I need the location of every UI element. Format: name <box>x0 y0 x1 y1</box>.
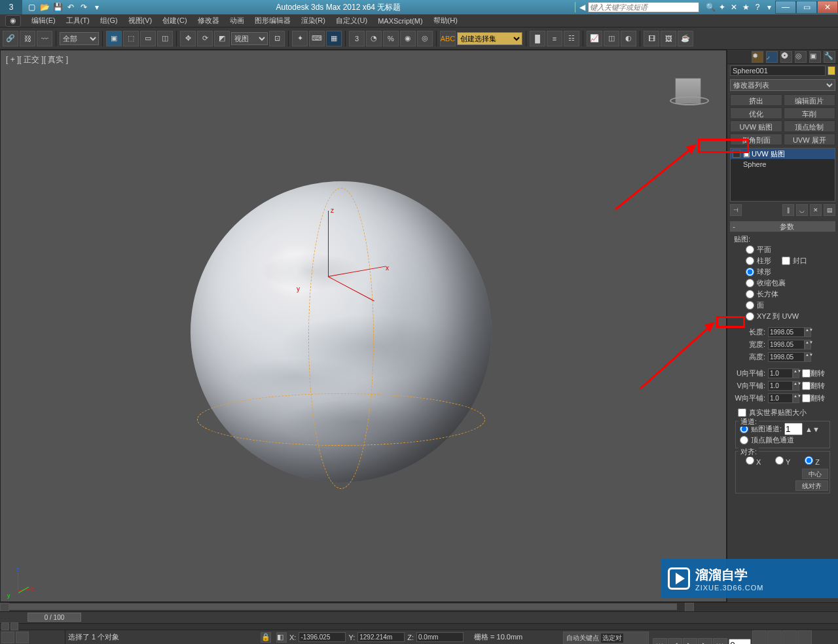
map-shrinkwrap-radio[interactable] <box>746 279 754 287</box>
menu-view[interactable]: 视图(V) <box>123 16 158 26</box>
map-spherical-radio[interactable] <box>746 268 754 276</box>
help-icon[interactable]: ? <box>752 1 763 13</box>
zoom-extents-icon[interactable] <box>782 630 797 644</box>
viewcube[interactable] <box>670 75 706 112</box>
minimize-button[interactable]: — <box>775 1 796 14</box>
length-spinner[interactable] <box>768 327 805 337</box>
refcoord-dropdown[interactable]: 视图 <box>231 32 268 45</box>
configure-sets-icon[interactable]: ▤ <box>824 204 835 216</box>
maxscript-mini-icon[interactable] <box>1 632 14 643</box>
search-input[interactable] <box>588 2 699 12</box>
menu-group[interactable]: 组(G) <box>95 16 123 26</box>
modifier-stack[interactable]: ▣ UVW 贴图 Sphere <box>730 148 835 202</box>
app-menu-button[interactable]: ◉ <box>5 15 21 27</box>
uflip-checkbox[interactable] <box>802 369 811 378</box>
wflip-checkbox[interactable] <box>802 394 811 402</box>
y-coord-input[interactable] <box>357 632 405 642</box>
menu-edit[interactable]: 编辑(E) <box>26 16 61 26</box>
editnamedsel-icon[interactable]: ABC <box>440 31 456 46</box>
snap-toggle-icon[interactable]: ▦ <box>326 31 342 46</box>
vflip-checkbox[interactable] <box>802 382 811 390</box>
spinner-snap-icon[interactable]: ◉ <box>400 31 416 46</box>
keyboard-shortcut-icon[interactable]: ⌨ <box>309 31 325 46</box>
mod-btn-lathe[interactable]: 车削 <box>784 107 836 119</box>
z-coord-input[interactable] <box>416 632 464 642</box>
height-spinner[interactable] <box>768 352 805 362</box>
window-crossing-icon[interactable]: ◫ <box>157 31 173 46</box>
goto-end-icon[interactable]: ⏭ <box>713 638 727 645</box>
menu-grapheditor[interactable]: 图形编辑器 <box>249 16 296 26</box>
align-icon[interactable]: ≡ <box>547 31 562 46</box>
spinner-arrows-icon[interactable]: ▲▼ <box>805 352 811 362</box>
make-unique-icon[interactable]: ◡ <box>796 204 808 216</box>
scroll-right-icon[interactable] <box>685 603 694 612</box>
realworld-checkbox[interactable] <box>738 408 746 417</box>
align-z-radio[interactable] <box>805 456 813 465</box>
snap-3-icon[interactable]: 3 <box>349 31 365 46</box>
bind-icon[interactable]: 〰 <box>37 31 52 46</box>
map-box-radio[interactable] <box>746 290 754 298</box>
listener-icon[interactable] <box>16 632 29 643</box>
mod-btn-extrude[interactable]: 挤出 <box>730 94 782 106</box>
pivot-icon[interactable]: ⊡ <box>269 31 285 46</box>
scroll-left-icon[interactable] <box>0 603 9 612</box>
trackbar-filter-icon[interactable] <box>10 622 18 630</box>
app-logo[interactable]: 3 <box>0 0 22 14</box>
named-snap-icon[interactable]: ◎ <box>417 31 433 46</box>
exchange-icon[interactable]: ✕ <box>728 1 740 13</box>
move-icon[interactable]: ✥ <box>180 31 196 46</box>
map-planar-radio[interactable] <box>746 245 754 254</box>
next-frame-icon[interactable]: ▶ <box>698 638 712 645</box>
mapchannel-spinner[interactable] <box>784 423 803 435</box>
align-x-radio[interactable] <box>746 456 754 465</box>
search-icon[interactable]: 🔍 <box>704 1 716 13</box>
align-center-button[interactable]: 中心 <box>802 469 828 479</box>
map-face-radio[interactable] <box>746 301 754 310</box>
stack-row-sphere[interactable]: Sphere <box>731 159 835 170</box>
current-frame-input[interactable] <box>729 639 751 644</box>
utile-spinner[interactable] <box>768 368 793 378</box>
show-end-result-icon[interactable]: ‖ <box>782 204 794 216</box>
track-bar[interactable] <box>0 623 838 630</box>
pin-stack-icon[interactable]: ⊣ <box>730 204 742 216</box>
menu-maxscript[interactable]: MAXScript(M) <box>373 17 428 25</box>
material-editor-icon[interactable]: ◐ <box>621 31 636 46</box>
close-button[interactable]: ✕ <box>817 1 838 14</box>
object-name-input[interactable] <box>730 65 826 76</box>
time-slider[interactable]: 0 / 100 <box>0 611 838 623</box>
save-icon[interactable]: 💾 <box>51 1 64 13</box>
menu-modifier[interactable]: 修改器 <box>192 16 225 26</box>
wtile-spinner[interactable] <box>768 393 793 403</box>
back-icon[interactable]: ◀ <box>579 3 585 12</box>
spinner-arrows-icon[interactable]: ▲▼ <box>805 340 811 349</box>
undo-icon[interactable]: ↶ <box>64 1 77 13</box>
menu-render[interactable]: 渲染(R) <box>296 16 331 26</box>
zoom-all-icon[interactable] <box>767 630 782 644</box>
curve-editor-icon[interactable]: 📈 <box>587 31 602 46</box>
mod-btn-uvwmap[interactable]: UVW 贴图 <box>730 120 782 132</box>
autokey-button[interactable]: 自动关键点 选定对 <box>563 632 649 644</box>
scroll-thumb[interactable] <box>9 603 677 610</box>
spinner-arrows-icon[interactable]: ▲▼ <box>805 327 811 337</box>
align-y-radio[interactable] <box>775 456 784 465</box>
subscribe-icon[interactable]: ✦ <box>716 1 728 13</box>
create-tab-icon[interactable]: ✹ <box>752 51 763 63</box>
modify-tab-icon[interactable]: ◞ <box>766 51 778 63</box>
angle-snap-icon[interactable]: ◔ <box>366 31 382 46</box>
display-tab-icon[interactable]: ▣ <box>809 51 821 63</box>
utilities-tab-icon[interactable]: 🔧 <box>824 51 835 63</box>
qat-dropdown-icon[interactable]: ▾ <box>90 1 103 13</box>
rollout-params-title[interactable]: -参数 <box>730 221 835 232</box>
redo-icon[interactable]: ↷ <box>77 1 90 13</box>
vtile-spinner[interactable] <box>768 381 793 391</box>
cap-checkbox[interactable] <box>782 257 790 265</box>
scale-icon[interactable]: ◩ <box>214 31 230 46</box>
x-coord-input[interactable] <box>299 632 346 642</box>
goto-start-icon[interactable]: ⏮ <box>653 638 667 645</box>
width-spinner[interactable] <box>768 340 805 349</box>
coord-display-icon[interactable]: ◧ <box>276 632 287 643</box>
mod-btn-editpatch[interactable]: 编辑面片 <box>784 94 836 106</box>
trackbar-key-icon[interactable] <box>1 622 9 630</box>
modifier-list-dropdown[interactable]: 修改器列表 <box>730 79 835 91</box>
menu-help[interactable]: 帮助(H) <box>428 16 463 26</box>
